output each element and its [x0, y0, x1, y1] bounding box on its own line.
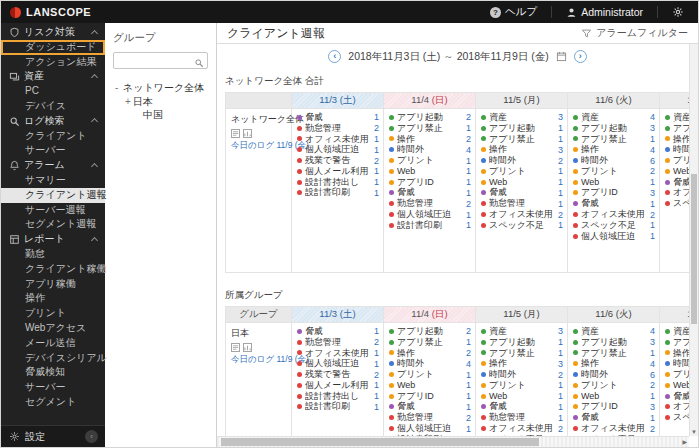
alarm-item[interactable]: プリント — [665, 369, 691, 380]
sidebar-section[interactable]: 資産 — [1, 69, 105, 84]
prev-week-button[interactable]: ‹ — [328, 50, 341, 63]
scroll-right-arrow-icon[interactable]: ▶ — [682, 438, 687, 447]
alarm-count: 3 — [558, 112, 563, 122]
sidebar-item[interactable]: デバイスシリアル — [1, 351, 105, 366]
sidebar-item[interactable]: メール送信 — [1, 336, 105, 351]
sidebar-item[interactable]: PC — [1, 84, 105, 99]
sidebar-section[interactable]: レポート — [1, 232, 105, 247]
alarm-count: 1 — [466, 210, 471, 220]
log-list-icon[interactable] — [231, 129, 240, 138]
alarm-item[interactable]: プリント2 — [573, 166, 655, 177]
user-menu-button[interactable]: Administrator — [552, 1, 657, 23]
sidebar-section[interactable]: リスク対策 — [1, 25, 105, 40]
gear-icon — [672, 6, 684, 18]
alarm-count: 4 — [650, 359, 655, 369]
tree-node[interactable]: -ネットワーク全体 — [105, 81, 216, 95]
alarm-dot-icon — [665, 329, 670, 334]
tree-node[interactable]: 中国 — [105, 108, 216, 122]
alarm-count: 2 — [650, 166, 655, 176]
scroll-down-arrow-icon[interactable]: ▼ — [690, 429, 698, 435]
bell-icon — [8, 160, 20, 171]
next-week-button[interactable]: › — [574, 50, 587, 63]
alarm-count: 2 — [558, 370, 563, 380]
user-icon — [566, 7, 577, 18]
horizontal-scrollbar-thumb[interactable] — [221, 438, 539, 446]
tree-node-label: ネットワーク全体 — [123, 82, 204, 93]
alarm-item-label: 設計書印刷 — [305, 400, 372, 413]
alarm-item[interactable]: プリント1 — [389, 155, 471, 166]
tree-node[interactable]: +日本 — [105, 95, 216, 109]
sidebar-item[interactable]: クライアント週報 — [1, 188, 105, 203]
sidebar-item[interactable]: セグメント週報 — [1, 217, 105, 232]
sidebar-item[interactable]: クライアント稼働 — [1, 262, 105, 277]
alarm-item[interactable]: プリント1 — [481, 166, 563, 177]
sidebar-item[interactable]: サマリー — [1, 173, 105, 188]
chart-icon[interactable] — [243, 129, 252, 138]
sidebar-item[interactable]: サーバー — [1, 143, 105, 158]
alarm-count: 4 — [466, 359, 471, 369]
sidebar-section[interactable]: アラーム — [1, 158, 105, 173]
console-settings-button[interactable] — [658, 1, 698, 23]
alarm-item[interactable]: 個人領域圧迫1 — [573, 231, 655, 242]
assets-icon — [8, 71, 20, 82]
alarm-dot-icon — [665, 415, 670, 420]
alarm-item[interactable]: スペック不足 — [665, 198, 691, 209]
alarm-dot-icon — [573, 372, 578, 377]
sidebar-nav: リスク対策ダッシュボードアクション結果資産PCデバイスログ検索クライアントサーバ… — [1, 25, 105, 410]
alarm-dot-icon — [573, 115, 578, 120]
alarm-dot-icon — [481, 372, 486, 377]
sidebar-item-label: サーバー — [25, 381, 65, 392]
sidebar-item[interactable]: Webアクセス — [1, 321, 105, 336]
alarm-count: 1 — [374, 188, 379, 198]
log-list-icon[interactable] — [231, 343, 240, 352]
row-label: ネットワーク全体 — [231, 113, 288, 126]
alarm-dot-icon — [297, 180, 302, 185]
sidebar-item[interactable]: 勤怠 — [1, 247, 105, 262]
sidebar-item[interactable]: サーバー週報 — [1, 203, 105, 218]
alarm-dot-icon — [297, 383, 302, 388]
column-header: 11/5 (月) — [476, 307, 568, 323]
sidebar-item[interactable]: 脅威検知 — [1, 365, 105, 380]
sidebar-item[interactable]: アプリ稼働 — [1, 277, 105, 292]
alarm-count: 1 — [466, 177, 471, 187]
alarm-dot-icon — [389, 158, 394, 163]
today-log-link[interactable]: 今日のログ 11/9 (金) — [231, 140, 288, 152]
sidebar-item[interactable]: デバイス — [1, 99, 105, 114]
alarm-item-label: プリント — [397, 368, 464, 381]
alarm-item[interactable]: プリント1 — [481, 380, 563, 391]
alarm-item[interactable]: スペック不足1 — [481, 220, 563, 231]
sidebar-item-label: 脅威検知 — [25, 366, 65, 377]
alarm-filter-button[interactable]: アラームフィルター — [581, 26, 688, 40]
report-content: ネットワーク全体 合計 11/3 (土)11/4 (日)11/5 (月)11/6… — [217, 69, 691, 438]
collapse-sidebar-button[interactable]: ‹ — [85, 430, 98, 443]
alarm-dot-icon — [389, 223, 394, 228]
sidebar-item[interactable]: プリント — [1, 306, 105, 321]
sidebar-item[interactable]: セグメント — [1, 395, 105, 410]
alarm-item[interactable]: 設計書印刷1 — [297, 188, 379, 199]
alarm-item[interactable]: スペック不足 — [665, 412, 691, 423]
alarm-dot-icon — [481, 169, 486, 174]
sidebar-item[interactable]: ダッシュボード — [1, 40, 105, 55]
alarm-count: 3 — [650, 123, 655, 133]
alarm-item[interactable]: 設計書印刷1 — [389, 220, 471, 231]
vertical-scrollbar-thumb[interactable] — [691, 174, 697, 324]
today-log-link[interactable]: 今日のログ 11/9 (金) — [231, 354, 288, 366]
alarm-item[interactable]: プリント2 — [573, 380, 655, 391]
alarm-count: 2 — [650, 424, 655, 434]
sidebar-item-settings[interactable]: 設定 ‹ — [1, 425, 105, 447]
calendar-icon[interactable] — [556, 51, 567, 62]
group-panel-title: グループ — [105, 31, 216, 50]
sidebar-section[interactable]: ログ検索 — [1, 114, 105, 129]
sidebar-item[interactable]: 操作 — [1, 291, 105, 306]
sidebar-item[interactable]: クライアント — [1, 129, 105, 144]
alarm-item[interactable]: 設計書印刷1 — [297, 402, 379, 413]
help-button[interactable]: ? ヘルプ — [476, 1, 551, 23]
sidebar-item[interactable]: サーバー — [1, 380, 105, 395]
chart-icon[interactable] — [243, 343, 252, 352]
alarm-item[interactable]: プリント1 — [389, 369, 471, 380]
alarm-item[interactable]: プリント — [665, 155, 691, 166]
column-header: 11/7 (水) — [660, 307, 692, 323]
sidebar-item[interactable]: アクション結果 — [1, 55, 105, 70]
alarm-dot-icon — [297, 158, 302, 163]
alarm-dot-icon — [481, 361, 486, 366]
